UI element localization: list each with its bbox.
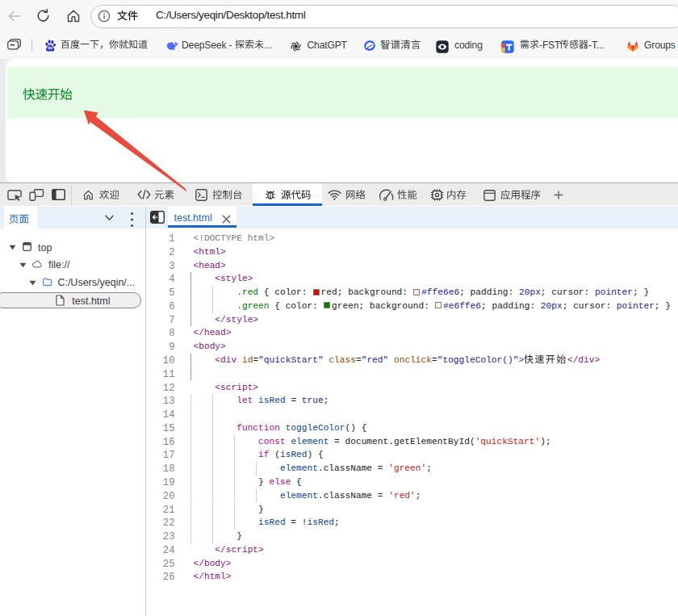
svg-text:du: du	[48, 46, 52, 50]
